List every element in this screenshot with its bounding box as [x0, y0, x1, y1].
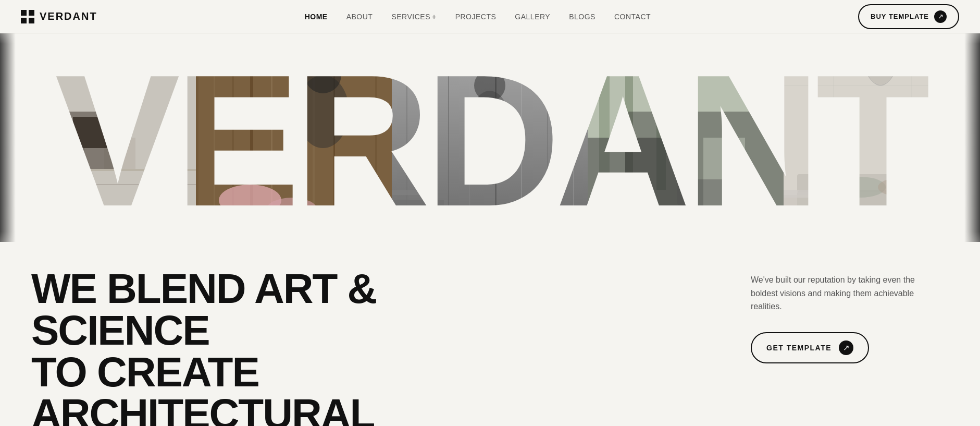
- nav-gallery[interactable]: GALLERY: [515, 13, 550, 21]
- navbar: VERDANT HOME ABOUT SERVICES + PROJECTS G…: [0, 0, 980, 33]
- svg-rect-74: [0, 232, 980, 242]
- buy-template-button[interactable]: BUY TEMPLATE ↗: [858, 4, 959, 29]
- nav-about[interactable]: ABOUT: [346, 13, 373, 21]
- svg-rect-3: [29, 18, 34, 23]
- svg-rect-28: [375, 33, 377, 242]
- nav-contact[interactable]: CONTACT: [614, 13, 651, 21]
- svg-rect-40: [521, 33, 522, 242]
- svg-rect-17: [73, 117, 115, 148]
- svg-rect-70: [784, 190, 820, 198]
- verdant-title-visual: VERDANT: [0, 33, 980, 242]
- logo-link[interactable]: VERDANT: [21, 10, 97, 23]
- nav-links: HOME ABOUT SERVICES + PROJECTS GALLERY B…: [305, 12, 651, 21]
- hero-section: VERDANT: [0, 33, 980, 426]
- svg-point-44: [474, 70, 505, 101]
- nav-home[interactable]: HOME: [305, 13, 328, 21]
- brand-name: VERDANT: [40, 10, 97, 22]
- nav-blogs[interactable]: BLOGS: [569, 13, 596, 21]
- svg-rect-1: [29, 10, 34, 16]
- hero-right-panel: We've built our reputation by taking eve…: [751, 268, 949, 363]
- nav-services[interactable]: SERVICES +: [391, 13, 436, 21]
- hero-headline: WE BLEND ART & SCIENCE TO CREATE ARCHITE…: [31, 268, 474, 426]
- svg-rect-42: [573, 33, 574, 242]
- hero-content: WE BLEND ART & SCIENCE TO CREATE ARCHITE…: [0, 242, 980, 426]
- svg-point-30: [266, 198, 318, 224]
- svg-rect-0: [21, 10, 27, 16]
- get-template-arrow-icon: ↗: [839, 340, 853, 355]
- svg-rect-19: [196, 33, 199, 242]
- svg-rect-73: [0, 33, 980, 44]
- svg-rect-71: [0, 33, 16, 242]
- svg-point-63: [878, 178, 925, 197]
- logo-icon: [21, 10, 34, 23]
- svg-rect-48: [392, 221, 465, 226]
- get-template-button[interactable]: GET TEMPLATE ↗: [751, 332, 869, 363]
- svg-rect-57: [677, 179, 729, 205]
- plus-icon: +: [432, 13, 437, 21]
- svg-rect-72: [964, 33, 980, 242]
- svg-rect-47: [392, 211, 454, 216]
- svg-rect-46: [392, 200, 444, 205]
- hero-description: We've built our reputation by taking eve…: [751, 273, 928, 313]
- svg-rect-20: [214, 33, 215, 242]
- svg-rect-27: [354, 33, 357, 242]
- svg-point-43: [466, 91, 513, 185]
- hero-title: WE BLEND ART & SCIENCE TO CREATE ARCHITE…: [31, 268, 474, 426]
- svg-rect-2: [21, 18, 27, 23]
- svg-rect-41: [547, 33, 548, 242]
- buy-template-arrow-icon: ↗: [934, 10, 947, 23]
- nav-projects[interactable]: PROJECTS: [455, 13, 497, 21]
- svg-point-32: [305, 57, 341, 93]
- svg-rect-45: [392, 190, 433, 195]
